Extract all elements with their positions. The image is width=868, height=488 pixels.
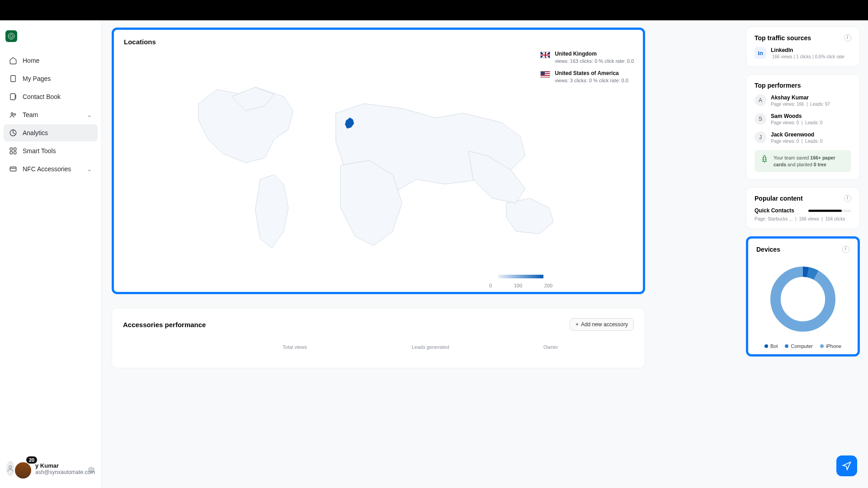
gear-icon[interactable]: [88, 466, 95, 474]
nav-nfc[interactable]: NFC Accessories ⌄: [4, 160, 98, 178]
locations-title: Locations: [114, 30, 643, 50]
add-accessory-button[interactable]: + Add new accessory: [570, 318, 634, 331]
nav-label: My Pages: [23, 75, 51, 82]
devices-title: Devices: [756, 246, 780, 253]
flag-uk-icon: [540, 52, 550, 58]
avatar-initial: S: [755, 113, 766, 125]
chevron-down-icon: ⌄: [87, 165, 92, 173]
map-scale-labels: 0 100 200: [489, 283, 552, 288]
right-column: Top traffic sources in LinkedIn 166 view…: [746, 20, 868, 488]
popular-sub: Page: Starbucks ... | 166 views | 104 cl…: [755, 216, 851, 221]
popular-bar: [808, 210, 851, 212]
country-name: United Kingdom: [555, 51, 634, 57]
performer-name: Akshay Kumar: [771, 94, 830, 101]
accessories-title: Accessories performance: [123, 321, 206, 328]
home-icon: [9, 56, 17, 65]
sidebar: Home My Pages Contact Book Team ⌄ Analyt…: [0, 20, 102, 488]
legend-bot: Bot: [764, 343, 778, 349]
performer-row[interactable]: J Jack Greenwood Page views: 0 | Leads: …: [755, 131, 851, 144]
nav-label: NFC Accessories: [23, 165, 71, 173]
info-icon[interactable]: [844, 195, 851, 202]
app-logo[interactable]: [5, 30, 17, 42]
world-map[interactable]: [132, 70, 625, 269]
avatar[interactable]: [14, 461, 33, 480]
performer-stats: Page views: 0 | Leads: 0: [771, 139, 822, 144]
info-icon[interactable]: [844, 34, 851, 42]
linkedin-icon: in: [755, 47, 766, 59]
devices-legend: Bot Computer iPhone: [756, 343, 849, 349]
svg-rect-3: [10, 94, 15, 100]
col-total-views: Total views: [227, 344, 363, 350]
nav-label: Home: [23, 57, 39, 64]
user-strip: 20 y Kumar ash@synxautomate.com: [0, 448, 101, 488]
legend-computer: Computer: [785, 343, 812, 349]
nav-smart-tools[interactable]: Smart Tools: [4, 142, 98, 160]
accessories-columns: Total views Leads generated Owner: [123, 344, 634, 350]
add-label: Add new accessory: [581, 321, 628, 328]
eco-banner: Your team saved 166+ paper cards and pla…: [755, 150, 851, 172]
nav-analytics[interactable]: Analytics: [4, 124, 98, 141]
svg-point-6: [14, 113, 16, 115]
popular-title: Popular content: [755, 195, 803, 202]
performer-row[interactable]: A Akshay Kumar Page views: 166 | Leads: …: [755, 94, 851, 107]
svg-rect-8: [10, 148, 12, 150]
svg-point-1: [10, 35, 13, 38]
nav-label: Team: [23, 111, 38, 118]
traffic-source-name: LinkedIn: [771, 47, 846, 53]
book-icon: [9, 93, 17, 101]
country-stats: views: 163 clicks: 0 % click rate: 0.0: [555, 58, 634, 64]
main-area: Locations United Kingdom views: 163 clic…: [102, 20, 746, 488]
svg-rect-9: [14, 148, 16, 150]
user-name: y Kumar: [35, 462, 95, 469]
performers-card: Top performers A Akshay Kumar Page views…: [746, 74, 860, 180]
location-row[interactable]: United Kingdom views: 163 clicks: 0 % cl…: [540, 51, 634, 64]
chevron-down-icon: ⌄: [87, 111, 92, 118]
traffic-card: Top traffic sources in LinkedIn 166 view…: [746, 27, 860, 67]
nav-my-pages[interactable]: My Pages: [4, 70, 98, 87]
performer-stats: Page views: 166 | Leads: 97: [771, 102, 830, 107]
nav-label: Contact Book: [23, 93, 61, 100]
performer-name: Jack Greenwood: [771, 131, 822, 138]
card-icon: [9, 165, 17, 173]
nav-contact-book[interactable]: Contact Book: [4, 88, 98, 105]
nav-label: Analytics: [23, 129, 48, 136]
svg-point-14: [9, 466, 12, 469]
locations-card: Locations United Kingdom views: 163 clic…: [112, 28, 645, 294]
analytics-icon: [9, 129, 17, 137]
avatar-initial: A: [755, 94, 766, 106]
svg-rect-12: [10, 167, 16, 171]
svg-point-5: [11, 113, 14, 115]
popular-card: Popular content Quick Contacts Page: Sta…: [746, 187, 860, 229]
performers-title: Top performers: [755, 82, 801, 89]
popular-item: Quick Contacts: [755, 207, 794, 214]
nav-team[interactable]: Team ⌄: [4, 106, 98, 123]
legend-iphone: iPhone: [820, 343, 841, 349]
devices-donut-chart: [767, 263, 839, 335]
user-email: ash@synxautomate.com: [35, 469, 95, 475]
svg-rect-10: [10, 152, 12, 154]
performer-row[interactable]: S Sam Woods Page views: 0 | Leads: 0: [755, 113, 851, 125]
svg-point-17: [775, 272, 830, 327]
map-scale: [498, 275, 543, 278]
feedback-fab[interactable]: [836, 455, 857, 476]
svg-point-15: [90, 469, 92, 471]
svg-point-0: [8, 33, 14, 39]
traffic-row[interactable]: in LinkedIn 166 views|1 clicks|0.6% clic…: [755, 47, 851, 59]
col-owner: Owner: [498, 344, 634, 350]
devices-card: Devices Bot Computer iPhone: [746, 236, 860, 357]
notification-badge: 20: [26, 456, 37, 464]
tree-icon: [760, 155, 769, 164]
svg-rect-2: [11, 75, 16, 82]
nav-home[interactable]: Home: [4, 52, 98, 69]
svg-rect-11: [14, 152, 16, 154]
nav-label: Smart Tools: [23, 147, 56, 155]
traffic-source-stats: 166 views|1 clicks|0.6% click rate: [771, 54, 846, 59]
performer-stats: Page views: 0 | Leads: 0: [771, 120, 822, 125]
pages-icon: [9, 75, 17, 83]
popular-row[interactable]: Quick Contacts: [755, 207, 851, 214]
info-icon[interactable]: [842, 246, 849, 253]
avatar-initial: J: [755, 131, 766, 143]
col-leads: Leads generated: [363, 344, 498, 350]
team-icon: [9, 111, 17, 119]
grid-icon: [9, 147, 17, 155]
